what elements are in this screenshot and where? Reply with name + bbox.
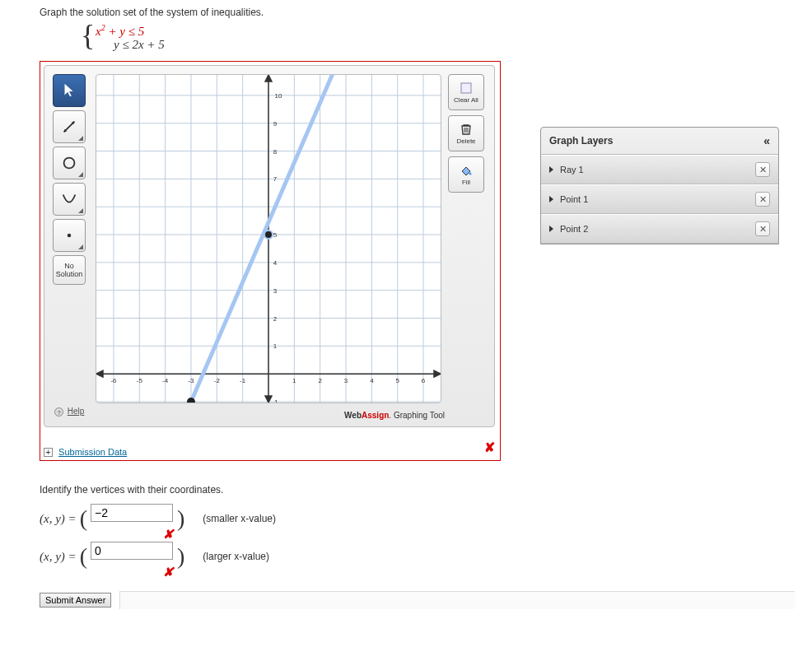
svg-text:2: 2 [273,315,278,323]
fill-button[interactable]: Fill [448,156,484,193]
svg-text:6: 6 [422,377,426,384]
clear-all-button[interactable]: Clear All [448,74,484,110]
svg-text:3: 3 [344,377,348,384]
close-paren: ) [177,505,184,532]
chevron-right-icon [549,166,553,173]
vertex-row-1: (x, y) = ( ✘ ) (smaller x-value) [40,504,812,533]
no-solution-label: No Solution [56,262,83,278]
svg-text:7: 7 [273,175,278,183]
layer-row-point-1[interactable]: Point 1 ✕ [541,184,778,214]
identify-text: Identify the vertices with their coordin… [40,484,812,496]
remove-layer-button[interactable]: ✕ [755,162,770,177]
layer-row-point-2[interactable]: Point 2 ✕ [541,214,778,244]
help-label: Help [68,407,85,416]
fill-label: Fill [462,179,470,186]
svg-text:-1: -1 [272,398,278,403]
graphing-tool: No Solution [44,65,495,427]
brace-icon: { [81,18,95,53]
vertex-note: (smaller x-value) [203,513,276,524]
pointer-icon [60,81,78,100]
layer-label: Point 2 [560,224,588,234]
select-tool[interactable] [53,74,86,107]
svg-text:?: ? [57,409,61,417]
layer-label: Ray 1 [560,165,584,175]
svg-text:1: 1 [273,342,278,350]
vertex-2-input[interactable] [91,542,173,560]
graph-submission-box: No Solution [40,61,501,461]
point-1[interactable] [264,230,273,239]
layer-label: Point 1 [560,194,588,204]
inequality-2: y ≤ 2x + 5 [114,38,165,52]
point-tool[interactable] [53,219,86,252]
webassign-brand: WebAssign. Graphing Tool [344,411,445,420]
parabola-tool[interactable] [53,183,86,216]
svg-text:-4: -4 [162,377,169,384]
open-paren: ( [80,543,87,570]
svg-text:-3: -3 [188,377,194,384]
clear-all-icon [460,81,473,95]
line-icon [60,118,78,136]
svg-point-4 [68,234,72,238]
remove-layer-button[interactable]: ✕ [755,221,770,236]
svg-marker-32 [265,75,272,81]
layer-row-ray-1[interactable]: Ray 1 ✕ [541,155,778,184]
system-of-inequalities: { x2 + y ≤ 5 y ≤ 2x + 5 [81,23,812,56]
submit-answer-button[interactable]: Submit Answer [40,593,111,607]
svg-text:1: 1 [292,377,296,384]
no-solution-tool[interactable]: No Solution [53,255,86,285]
expand-icon: + [44,448,53,457]
submit-bar [119,591,795,609]
vertex-row-2: (x, y) = ( ✘ ) (larger x-value) [40,542,812,571]
svg-text:3: 3 [273,287,278,295]
fill-icon [460,164,473,177]
clear-all-label: Clear All [454,96,478,104]
chevron-right-icon [549,226,553,232]
delete-label: Delete [456,137,475,145]
svg-text:-1: -1 [240,377,246,384]
trash-icon [460,123,473,136]
svg-text:-5: -5 [137,377,143,384]
inequality-1: x2 + y ≤ 5 [96,23,144,39]
vertex-1-input[interactable] [91,504,173,522]
graph-layers-panel: Graph Layers « Ray 1 ✕ Point 1 ✕ Point 2… [540,127,779,244]
remove-layer-button[interactable]: ✕ [755,192,770,207]
svg-point-63 [469,172,472,175]
circle-icon [60,154,78,172]
incorrect-icon: ✘ [484,440,495,455]
incorrect-icon: ✘ [163,527,174,542]
help-link[interactable]: ? Help [54,407,84,417]
svg-point-3 [64,158,75,169]
graph-canvas[interactable]: -6-5-4-3-2-1 123456 -112345678910 [96,74,441,403]
point-icon [60,226,78,244]
svg-text:9: 9 [273,120,278,128]
submission-data-label: Submission Data [58,447,127,457]
svg-marker-35 [96,370,103,377]
graph-svg: -6-5-4-3-2-1 123456 -112345678910 [96,75,441,403]
svg-text:2: 2 [318,377,322,384]
tool-sidebar: No Solution [53,74,91,288]
help-icon: ? [54,407,63,417]
svg-text:5: 5 [273,231,278,239]
circle-tool[interactable] [53,147,86,179]
submission-data-toggle[interactable]: + Submission Data [44,447,497,457]
chevron-right-icon [549,196,553,202]
svg-text:8: 8 [273,148,278,156]
vertex-prefix: (x, y) = [40,550,77,564]
open-paren: ( [80,505,87,532]
svg-marker-34 [434,370,441,377]
svg-text:-2: -2 [214,377,221,384]
svg-text:10: 10 [275,92,282,100]
question-text: Graph the solution set of the system of … [40,7,812,18]
vertex-prefix: (x, y) = [40,512,77,526]
svg-text:-6: -6 [110,377,117,384]
parabola-icon [60,190,78,208]
svg-text:5: 5 [395,377,399,384]
svg-rect-59 [461,83,471,93]
svg-text:4: 4 [273,259,278,267]
layers-title: Graph Layers [549,135,613,147]
line-tool[interactable] [53,110,86,143]
svg-text:4: 4 [370,377,374,384]
collapse-layers-button[interactable]: « [763,134,770,147]
delete-button[interactable]: Delete [448,115,484,151]
incorrect-icon: ✘ [163,565,174,580]
